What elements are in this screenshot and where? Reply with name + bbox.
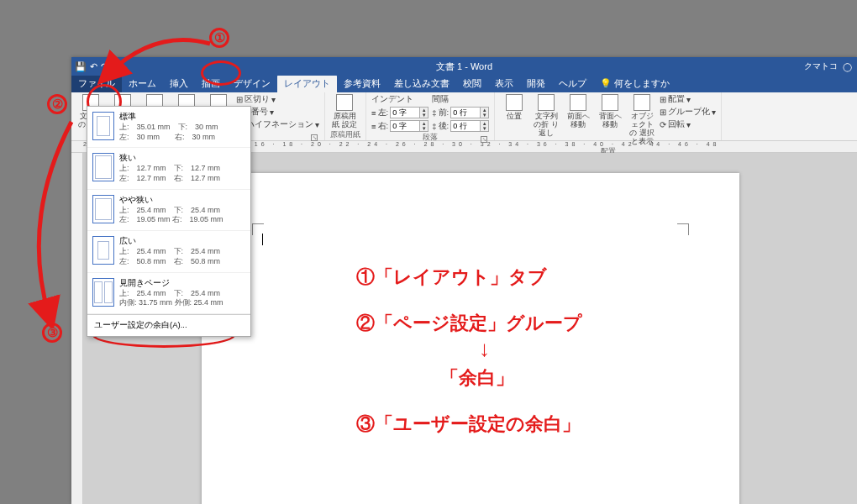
text-cursor xyxy=(262,234,263,245)
group-genkou-label: 原稿用紙 xyxy=(330,129,360,141)
tab-mailings[interactable]: 差し込み文書 xyxy=(387,75,456,92)
anno-text-2b: 「余白」 xyxy=(440,365,514,391)
wrap-text-button[interactable]: 文字列の折 り返し xyxy=(532,94,560,138)
group-paragraph-label: 段落⤡ xyxy=(371,132,489,144)
anno-text-3: ③「ユーザー設定の余白」 xyxy=(356,412,581,437)
save-icon[interactable]: 💾 xyxy=(75,61,87,72)
margin-moderate-icon xyxy=(92,195,114,223)
anno-down-arrow-icon: ↓ xyxy=(479,336,490,362)
genkou-button[interactable]: 原稿用紙 設定 xyxy=(330,94,359,129)
tab-layout[interactable]: レイアウト xyxy=(277,75,337,92)
margin-preset-moderate[interactable]: やや狭い上: 25.4 mm 下: 25.4 mm左: 19.05 mm 右: … xyxy=(87,190,250,231)
wrap-text-icon xyxy=(538,94,555,111)
margin-normal-l1: 上: 35.01 mm 下: 30 mm xyxy=(119,123,218,133)
margin-custom-menuitem[interactable]: ユーザー設定の余白(A)... xyxy=(87,314,250,336)
margins-dropdown: 標準上: 35.01 mm 下: 30 mm左: 30 mm 右: 30 mm … xyxy=(87,106,251,337)
position-label: 位置 xyxy=(507,113,522,121)
margin-moderate-l2: 左: 19.05 mm 右: 19.05 mm xyxy=(119,215,223,225)
user-name: クマトコ xyxy=(804,60,838,72)
bring-forward-button[interactable]: 前面へ 移動 xyxy=(564,94,592,129)
anno-arrow-1-to-2 xyxy=(97,35,223,94)
tab-references[interactable]: 参考資料 xyxy=(337,75,387,92)
indent-left-input[interactable]: ▲▼ xyxy=(390,107,428,118)
margin-moderate-l1: 上: 25.4 mm 下: 25.4 mm xyxy=(119,206,223,216)
rotate-label: 回転 xyxy=(668,119,685,130)
spacing-after-input[interactable]: ▲▼ xyxy=(450,120,489,132)
align-label: 配置 xyxy=(668,94,685,105)
indent-left-row: ≡ 左: ▲▼ xyxy=(371,107,428,118)
user-avatar-icon: ◯ xyxy=(843,62,852,71)
indent-right-input[interactable]: ▲▼ xyxy=(390,120,428,132)
margin-mirrored-l1: 上: 25.4 mm 下: 25.4 mm xyxy=(119,289,223,299)
tab-help[interactable]: ヘルプ xyxy=(552,75,593,92)
anno-badge-2: ② xyxy=(47,94,67,114)
hyphenation-label: ハイフネーション xyxy=(246,119,313,130)
wrap-text-label: 文字列の折 り返し xyxy=(532,113,560,138)
lightbulb-icon: 💡 xyxy=(600,78,612,89)
group-paragraph: インデント ≡ 左: ▲▼ ≡ 右: ▲▼ 間隔 ‡ 前: ▲▼ ‡ 後: ▲▼… xyxy=(366,92,495,140)
group-objects-button[interactable]: ⊞ グループ化 ▾ xyxy=(660,107,716,118)
spacing-before-label: 前: xyxy=(439,108,450,118)
margin-narrow-l2: 左: 12.7 mm 右: 12.7 mm xyxy=(119,174,220,184)
send-backward-icon xyxy=(602,94,618,111)
margin-mirrored-icon xyxy=(92,278,114,307)
bring-forward-label: 前面へ 移動 xyxy=(564,113,592,129)
genkou-label: 原稿用紙 設定 xyxy=(330,113,359,129)
genkou-icon xyxy=(336,94,353,111)
margin-mirrored-name: 見開きページ xyxy=(119,278,223,289)
margin-wide-l1: 上: 25.4 mm 下: 25.4 mm xyxy=(119,247,220,257)
margin-mirrored-l2: 内側: 31.75 mm 外側: 25.4 mm xyxy=(119,298,223,308)
paragraph-dialog-launcher[interactable]: ⤡ xyxy=(481,136,487,143)
indent-right-label: 右: xyxy=(378,121,389,132)
tab-developer[interactable]: 開発 xyxy=(520,75,552,92)
group-objects-label: グループ化 xyxy=(668,107,710,118)
selection-pane-button[interactable]: オブジェクトの 選択と表示 xyxy=(628,94,656,146)
margin-preset-normal[interactable]: 標準上: 35.01 mm 下: 30 mm左: 30 mm 右: 30 mm xyxy=(87,107,250,148)
tab-view[interactable]: 表示 xyxy=(488,75,520,92)
indent-right-row: ≡ 右: ▲▼ xyxy=(371,120,428,132)
tell-me-label: 何をしますか xyxy=(614,77,670,90)
bring-forward-icon xyxy=(570,94,586,111)
margin-narrow-name: 狭い xyxy=(119,153,220,164)
margin-normal-l2: 左: 30 mm 右: 30 mm xyxy=(119,133,218,143)
rotate-button[interactable]: ⟳ 回転 ▾ xyxy=(660,119,716,130)
margin-wide-icon xyxy=(92,236,114,265)
anno-arrow-2-to-3 xyxy=(25,118,92,328)
page-setup-dialog-launcher[interactable]: ⤡ xyxy=(311,134,318,141)
tab-review[interactable]: 校閲 xyxy=(456,75,488,92)
user-area[interactable]: クマトコ ◯ xyxy=(804,60,857,72)
margin-narrow-l1: 上: 12.7 mm 下: 12.7 mm xyxy=(119,164,220,174)
spacing-header: 間隔 xyxy=(432,94,489,105)
position-icon xyxy=(506,94,523,111)
margin-wide-l2: 左: 50.8 mm 右: 50.8 mm xyxy=(119,257,220,267)
send-backward-label: 背面へ 移動 xyxy=(596,113,624,129)
send-backward-button[interactable]: 背面へ 移動 xyxy=(596,94,624,129)
margin-preset-wide[interactable]: 広い上: 25.4 mm 下: 25.4 mm左: 50.8 mm 右: 50.… xyxy=(87,231,250,272)
margin-narrow-icon xyxy=(92,153,114,181)
breaks-button[interactable]: ⊞ 区切り ▾ xyxy=(236,94,319,105)
document-title: 文書 1 - Word xyxy=(436,60,492,73)
spacing-after-label: 後: xyxy=(439,121,450,132)
margin-moderate-name: やや狭い xyxy=(119,195,223,206)
spacing-before-row: ‡ 前: ▲▼ xyxy=(432,107,489,118)
breaks-label: 区切り xyxy=(244,94,270,105)
spacing-before-input[interactable]: ▲▼ xyxy=(450,107,489,118)
margin-preset-narrow[interactable]: 狭い上: 12.7 mm 下: 12.7 mm左: 12.7 mm 右: 12.… xyxy=(87,148,250,189)
anno-text-2: ②「ページ設定」グループ xyxy=(356,311,582,336)
group-genkou: 原稿用紙 設定 原稿用紙 xyxy=(325,92,366,140)
spacing-after-row: ‡ 後: ▲▼ xyxy=(432,120,489,132)
selection-pane-icon xyxy=(634,94,650,111)
margin-normal-name: 標準 xyxy=(119,112,218,123)
align-button[interactable]: ⊞ 配置 ▾ xyxy=(660,94,716,105)
indent-left-label: 左: xyxy=(378,108,389,118)
margin-normal-icon xyxy=(92,112,114,140)
anno-text-1: ①「レイアウト」タブ xyxy=(356,265,547,290)
margin-corner-tr xyxy=(677,223,689,235)
document-page[interactable] xyxy=(202,173,739,504)
margin-preset-mirrored[interactable]: 見開きページ上: 25.4 mm 下: 25.4 mm内側: 31.75 mm … xyxy=(87,273,250,314)
indent-header: インデント xyxy=(371,94,428,105)
position-button[interactable]: 位置 xyxy=(500,94,528,121)
tell-me-search[interactable]: 💡 何をしますか xyxy=(593,75,676,92)
group-arrange: 位置 文字列の折 り返し 前面へ 移動 背面へ 移動 オブジェクトの 選択と表示… xyxy=(495,92,722,140)
margin-wide-name: 広い xyxy=(119,236,220,247)
